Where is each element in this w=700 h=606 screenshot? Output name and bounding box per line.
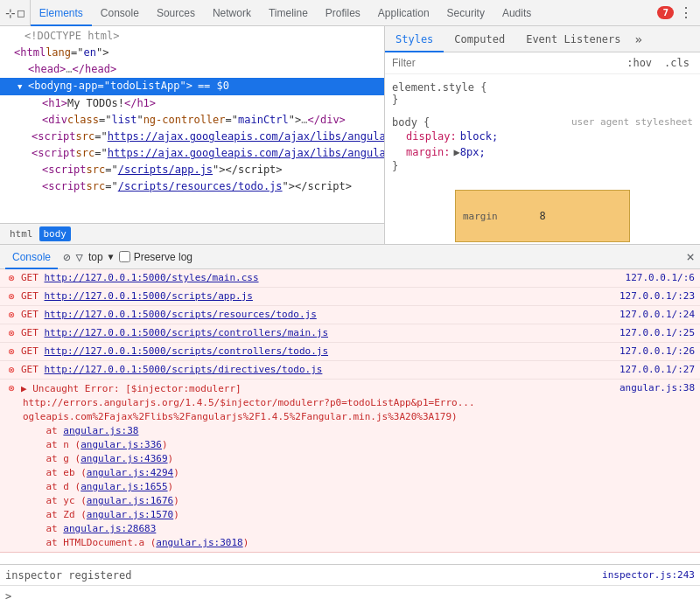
breadcrumb-html[interactable]: html	[5, 226, 38, 241]
tab-event-listeners[interactable]: Event Listeners	[515, 26, 631, 52]
error-icon-2: ⊗	[8, 289, 14, 303]
lower-half: Console ⊘ ▽ top ▼ Preserve log × ⊗ GET h…	[0, 245, 700, 606]
tab-elements[interactable]: Elements	[31, 0, 92, 26]
tab-console-bottom[interactable]: Console	[5, 245, 58, 269]
msg-text-6: GET http://127.0.0.1:5000/scripts/direct…	[21, 363, 620, 377]
styles-tabs-more-icon[interactable]: »	[635, 32, 642, 46]
breadcrumb-body[interactable]: body	[39, 226, 72, 241]
msg-text-5: GET http://127.0.0.1:5000/scripts/contro…	[21, 345, 620, 359]
tree-node-html[interactable]: <html lang="en">	[0, 45, 384, 61]
console-msg-6: ⊗ GET http://127.0.0.1:5000/scripts/dire…	[0, 361, 700, 380]
tab-console[interactable]: Console	[92, 0, 148, 26]
tab-profiles[interactable]: Profiles	[317, 0, 369, 26]
console-input-field[interactable]	[17, 590, 695, 603]
hov-button[interactable]: :hov	[623, 56, 655, 70]
devtools-icons-left: ⊹ □	[0, 0, 31, 25]
msg-source-5[interactable]: 127.0.0.1/:26	[620, 345, 695, 359]
css-val-display: block;	[460, 129, 498, 144]
tab-computed[interactable]: Computed	[444, 26, 515, 52]
box-model-value: 8	[539, 210, 545, 222]
console-messages[interactable]: ⊗ GET http://127.0.0.1:5000/styles/main.…	[0, 269, 700, 564]
uncaught-expand-arrow[interactable]: ▶	[21, 383, 32, 394]
console-prompt: inspector registered	[5, 569, 132, 582]
console-clear-icon[interactable]: ⊘	[63, 250, 70, 264]
tree-node-script1[interactable]: <script src="https://ajax.googleapis.com…	[0, 129, 384, 145]
error-icon-6: ⊗	[8, 363, 14, 377]
msg-source-6[interactable]: 127.0.0.1/:27	[620, 363, 695, 377]
msg-text-4: GET http://127.0.0.1:5000/scripts/contro…	[21, 326, 620, 340]
error-icon-3: ⊗	[8, 308, 14, 322]
expand-body-arrow[interactable]: ▼	[18, 80, 28, 94]
msg-source-4[interactable]: 127.0.0.1/:25	[620, 326, 695, 340]
console-inspector-source[interactable]: inspector.js:243	[602, 569, 695, 581]
error-icon-4: ⊗	[8, 326, 14, 340]
tree-node-h1[interactable]: <h1>My TODOs!</h1>	[0, 95, 384, 112]
css-val-margin-arrow[interactable]: ▶	[454, 144, 460, 160]
css-val-margin: 8px;	[460, 144, 486, 160]
error-icon-uncaught: ⊗	[8, 381, 14, 395]
console-msg-4: ⊗ GET http://127.0.0.1:5000/scripts/cont…	[0, 324, 700, 343]
styles-tab-bar: Styles Computed Event Listeners »	[385, 26, 700, 52]
error-icon-5: ⊗	[8, 345, 14, 359]
msg-source-uncaught[interactable]: angular.js:38	[620, 381, 695, 395]
tree-node-doctype[interactable]: <!DOCTYPE html>	[0, 28, 384, 45]
css-rule-element-style: element.style { }	[392, 81, 693, 106]
tree-node-script4[interactable]: <script src="/scripts/resources/todo.js"…	[0, 178, 384, 195]
styles-filter-input[interactable]	[392, 57, 616, 69]
tree-node-script2[interactable]: <script src="https://ajax.googleapis.com…	[0, 145, 384, 162]
preserve-log-label: Preserve log	[119, 251, 192, 263]
elements-scrollbar[interactable]	[307, 26, 314, 361]
preserve-log-checkbox[interactable]	[119, 251, 130, 262]
console-close-button[interactable]: ×	[686, 248, 695, 265]
styles-panel: Styles Computed Event Listeners » :hov .…	[385, 26, 700, 244]
tab-audits[interactable]: Audits	[494, 0, 540, 26]
css-source-user-agent: user agent stylesheet	[571, 116, 693, 129]
console-msg-1: ⊗ GET http://127.0.0.1:5000/styles/main.…	[0, 269, 700, 288]
tab-application[interactable]: Application	[369, 0, 438, 26]
styles-content: element.style { } body { user agent styl…	[385, 74, 700, 244]
css-prop-margin[interactable]: margin:	[392, 144, 451, 160]
console-msg-3: ⊗ GET http://127.0.0.1:5000/scripts/reso…	[0, 306, 700, 324]
msg-source-2[interactable]: 127.0.0.1/:23	[620, 289, 695, 303]
msg-text-2: GET http://127.0.0.1:5000/scripts/app.js	[21, 289, 620, 303]
tab-styles[interactable]: Styles	[385, 26, 444, 52]
more-options-icon[interactable]: ⋮	[679, 4, 693, 21]
tree-node-script3[interactable]: <script src="/scripts/app.js"></script>	[0, 162, 384, 178]
inspector-icon[interactable]: □	[18, 6, 24, 19]
css-rule-body: body { user agent stylesheet display: bl…	[392, 116, 693, 172]
console-msg-5: ⊗ GET http://127.0.0.1:5000/scripts/cont…	[0, 343, 700, 361]
cls-button[interactable]: .cls	[661, 56, 693, 70]
box-model-diagram: margin 8	[455, 190, 630, 242]
console-prompt-symbol: >	[5, 590, 11, 603]
styles-filter-right: :hov .cls	[623, 56, 693, 70]
console-level-arrow[interactable]: ▼	[108, 252, 114, 261]
console-msg-uncaught: ⊗ ▶ Uncaught Error: [$injector:modulerr]…	[0, 380, 700, 553]
tree-node-div-list[interactable]: <div class="list" ng-controller="mainCtr…	[0, 112, 384, 129]
console-msg-2: ⊗ GET http://127.0.0.1:5000/scripts/app.…	[0, 288, 700, 306]
tree-node-head[interactable]: <head>…</head>	[0, 61, 384, 78]
elements-tree[interactable]: <!DOCTYPE html> <html lang="en"> <head>……	[0, 26, 384, 223]
console-input-bar: >	[0, 585, 700, 606]
styles-filter-bar: :hov .cls	[385, 52, 700, 74]
tree-node-body[interactable]: ▼ <body ng-app="todoListApp"> == $0	[0, 78, 384, 95]
cursor-icon[interactable]: ⊹	[5, 6, 16, 20]
css-prop-display[interactable]: display:	[392, 129, 457, 144]
tab-timeline[interactable]: Timeline	[260, 0, 317, 26]
elements-panel: <!DOCTYPE html> <html lang="en"> <head>……	[0, 26, 385, 244]
console-status-bar: inspector registered inspector.js:243	[0, 564, 700, 585]
uncaught-error-label: Uncaught Error: [$injector:modulerr]	[32, 383, 241, 394]
uncaught-stack: http://errors.angularjs.org/1.4.5/$injec…	[5, 396, 475, 550]
error-badge: 7	[657, 6, 674, 19]
tab-network[interactable]: Network	[204, 0, 260, 26]
devtools-top-bar: ⊹ □ Elements Console Sources Network Tim…	[0, 0, 700, 26]
breadcrumb-bar: html body	[0, 223, 384, 244]
devtools-window: ⊹ □ Elements Console Sources Network Tim…	[0, 0, 700, 606]
console-level-label: top	[88, 251, 103, 263]
console-filter-icon[interactable]: ▽	[75, 250, 82, 264]
msg-source-1[interactable]: 127.0.0.1/:6	[626, 271, 695, 285]
tab-security[interactable]: Security	[438, 0, 494, 26]
msg-text-1: GET http://127.0.0.1:5000/styles/main.cs…	[21, 271, 626, 285]
msg-source-3[interactable]: 127.0.0.1/:24	[620, 308, 695, 322]
box-model-label: margin	[463, 211, 498, 222]
tab-sources[interactable]: Sources	[148, 0, 204, 26]
